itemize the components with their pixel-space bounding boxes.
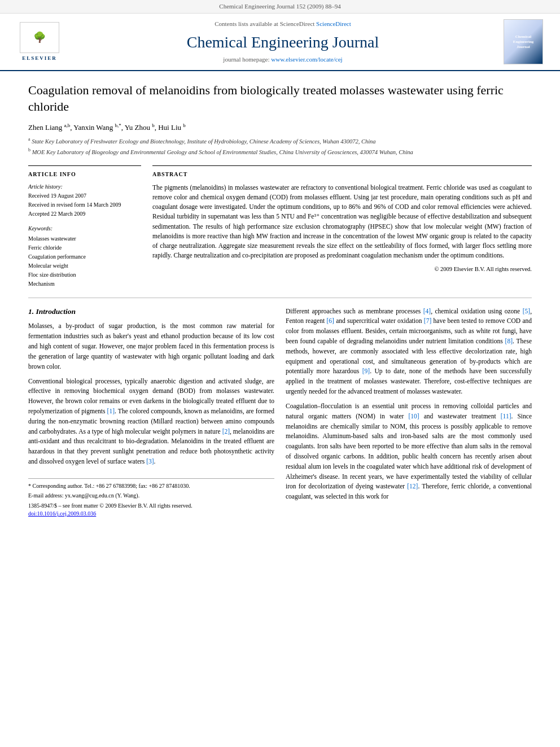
- authors-line: Zhen Liang a,b, Yanxin Wang b,*, Yu Zhou…: [28, 122, 532, 133]
- section-number: 1.: [28, 307, 34, 316]
- intro-paragraph-2: Conventional biological processes, typic…: [28, 377, 274, 467]
- intro-paragraph-4: Coagulation–flocculation is an essential…: [286, 401, 532, 502]
- sciencedirect-url-text: ScienceDirect: [316, 20, 351, 27]
- keyword-3: Coagulation performance: [28, 253, 141, 261]
- keyword-4: Molecular weight: [28, 262, 141, 270]
- body-left-column: 1. Introduction Molasses, a by-product o…: [28, 307, 274, 518]
- article-title: Coagulation removal of melanoidins from …: [28, 82, 532, 115]
- affiliation-b: b MOE Key Laboratory of Biogeology and E…: [28, 147, 532, 156]
- ref-2-link[interactable]: [2]: [222, 428, 230, 435]
- keywords-section: Keywords: Molasses wastewater Ferric chl…: [28, 225, 141, 288]
- body-right-column: Different approaches such as membrane pr…: [286, 307, 532, 518]
- section-divider: [28, 298, 532, 298]
- sciencedirect-text: Contents lists available at ScienceDirec…: [215, 20, 314, 27]
- corresponding-author-note: * Corresponding author. Tel.: +86 27 678…: [28, 482, 274, 490]
- keywords-label: Keywords:: [28, 225, 141, 233]
- authors-text: Zhen Liang a,b, Yanxin Wang b,*, Yu Zhou…: [28, 123, 186, 132]
- ref-12-link[interactable]: [12]: [407, 483, 418, 490]
- journal-header: 🌳 ELSEVIER Contents lists available at S…: [0, 14, 560, 71]
- cover-line1: Chemical: [513, 34, 534, 40]
- journal-cover-image: Chemical Engineering Journal: [504, 19, 543, 64]
- cover-line2: Engineering: [513, 40, 534, 45]
- received-date: Received 19 August 2007: [28, 192, 141, 200]
- article-info-label: ARTICLE INFO: [28, 171, 141, 178]
- sciencedirect-line: Contents lists available at ScienceDirec…: [62, 20, 504, 28]
- doi-line: doi:10.1016/j.cej.2009.03.036: [28, 510, 274, 518]
- history-label: Article history:: [28, 183, 141, 191]
- ref-7-link[interactable]: [7]: [424, 317, 431, 324]
- elsevier-wordmark: ELSEVIER: [22, 55, 57, 62]
- keyword-1: Molasses wastewater: [28, 235, 141, 243]
- homepage-label: journal homepage:: [223, 56, 269, 63]
- abstract-label: ABSTRACT: [152, 171, 532, 178]
- accepted-date: Accepted 22 March 2009: [28, 210, 141, 218]
- keywords-list: Molasses wastewater Ferric chloride Coag…: [28, 235, 141, 288]
- intro-paragraph-1: Molasses, a by-product of sugar producti…: [28, 321, 274, 372]
- journal-homepage-line: journal homepage: www.elsevier.com/locat…: [62, 55, 504, 64]
- abstract-text: The pigments (melanoidins) in molasses w…: [152, 183, 532, 261]
- article-history: Article history: Received 19 August 2007…: [28, 183, 141, 218]
- main-content: Coagulation removal of melanoidins from …: [0, 71, 560, 528]
- keyword-6: Mechanism: [28, 280, 141, 288]
- abstract-column: ABSTRACT The pigments (melanoidins) in m…: [152, 165, 532, 289]
- keyword-2: Ferric chloride: [28, 244, 141, 252]
- keyword-5: Floc size distribution: [28, 271, 141, 279]
- issn-line: 1385-8947/$ – see front matter © 2009 El…: [28, 502, 274, 510]
- body-content: 1. Introduction Molasses, a by-product o…: [28, 307, 532, 518]
- intro-paragraph-3: Different approaches such as membrane pr…: [286, 307, 532, 397]
- ref-5-link[interactable]: [5]: [523, 308, 530, 314]
- elsevier-logo: 🌳 ELSEVIER: [17, 22, 62, 62]
- ref-3-link[interactable]: [3]: [146, 458, 154, 465]
- elsevier-tree-icon: 🌳: [33, 30, 46, 45]
- ref-11-link[interactable]: [11]: [501, 413, 511, 420]
- journal-name: Chemical Engineering Journal: [62, 31, 504, 53]
- email-note: E-mail address: yx.wang@cug.edu.cn (Y. W…: [28, 492, 274, 500]
- elsevier-logo-box: 🌳: [20, 22, 59, 53]
- homepage-url-text: www.elsevier.com/locate/cej: [271, 56, 342, 63]
- wastewater-treatment-text: wastewater treatment: [438, 413, 496, 420]
- ref-6-link[interactable]: [6]: [326, 317, 334, 324]
- journal-reference: Chemical Engineering Journal 152 (2009) …: [219, 3, 340, 10]
- journal-reference-bar: Chemical Engineering Journal 152 (2009) …: [0, 0, 560, 14]
- ref-4-link[interactable]: [4]: [423, 308, 431, 314]
- sciencedirect-link[interactable]: ScienceDirect: [316, 20, 351, 27]
- homepage-url[interactable]: www.elsevier.com/locate/cej: [271, 56, 342, 63]
- footnotes-block: * Corresponding author. Tel.: +86 27 678…: [28, 478, 274, 500]
- ref-10-link[interactable]: [10]: [409, 413, 419, 420]
- affiliations-block: a State Key Laboratory of Freshwater Eco…: [28, 136, 532, 157]
- affiliation-a: a State Key Laboratory of Freshwater Eco…: [28, 136, 532, 146]
- introduction-heading: 1. Introduction: [28, 307, 274, 317]
- revised-date: Received in revised form 14 March 2009: [28, 201, 141, 209]
- ref-8-link[interactable]: [8]: [505, 338, 513, 344]
- cover-line3: Journal: [513, 45, 534, 50]
- copyright-notice: © 2009 Elsevier B.V. All rights reserved…: [152, 265, 532, 274]
- doi-block: 1385-8947/$ – see front matter © 2009 El…: [28, 502, 274, 518]
- doi-text: doi:10.1016/j.cej.2009.03.036: [28, 510, 96, 517]
- doi-link[interactable]: doi:10.1016/j.cej.2009.03.036: [28, 510, 96, 517]
- article-info-column: ARTICLE INFO Article history: Received 1…: [28, 165, 141, 289]
- journal-title-block: Contents lists available at ScienceDirec…: [62, 20, 504, 64]
- section-title-text: Introduction: [36, 307, 76, 316]
- ref-9-link[interactable]: [9]: [362, 368, 370, 374]
- article-info-abstract: ARTICLE INFO Article history: Received 1…: [28, 165, 532, 289]
- ref-1-link[interactable]: [1]: [107, 408, 115, 414]
